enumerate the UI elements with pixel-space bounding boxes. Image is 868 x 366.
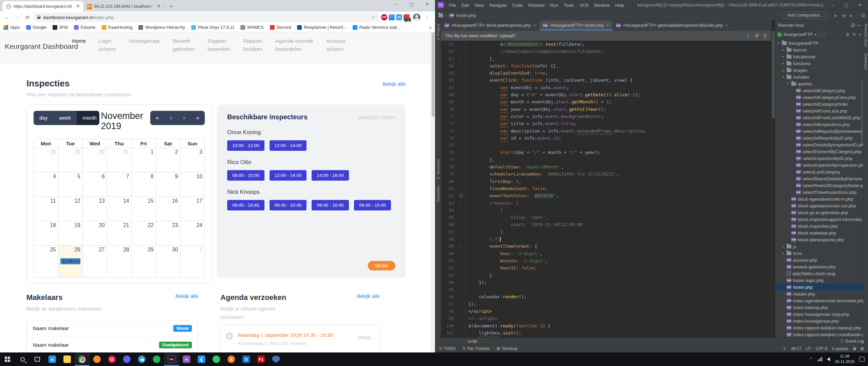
breadcrumb-file[interactable]: footer.php bbox=[456, 13, 476, 18]
tree-item-favicon[interactable]: ▸favicon bbox=[775, 46, 863, 53]
bookmark-discord[interactable]: Discord bbox=[270, 25, 291, 30]
calendar-day-cell[interactable]: 30 bbox=[83, 148, 107, 172]
tree-item-selectThreeInspections-php[interactable]: PHPselectThreeInspections.php bbox=[775, 189, 863, 196]
run-icon[interactable]: ▶ bbox=[834, 13, 837, 18]
menu-vcs[interactable]: VCS bbox=[577, 2, 591, 9]
calendar-day-cell[interactable]: 8 bbox=[132, 172, 156, 197]
taskbar-file-explorer[interactable] bbox=[60, 352, 75, 366]
menu-view[interactable]: View bbox=[472, 2, 486, 9]
calendar-day-cell[interactable]: 16 bbox=[156, 197, 180, 221]
tray-chevron-icon[interactable]: ⌃ bbox=[809, 357, 812, 362]
tree-item-selectRowsOfCategorySorter-php[interactable]: PHPselectRowsOfCategorySorter.php bbox=[775, 182, 863, 189]
tree-item-functions[interactable]: ▸functions bbox=[775, 60, 863, 67]
calendar-day-cell[interactable]: 1 bbox=[132, 148, 156, 172]
maximize-icon[interactable]: ▢ bbox=[404, 0, 419, 9]
tree-item-includes[interactable]: ▾includes bbox=[775, 74, 863, 80]
statusbar-file-transfer[interactable]: ⇅File Transfer bbox=[462, 346, 490, 351]
taskbar-xampp[interactable]: X bbox=[224, 352, 239, 366]
tree-item-selectAllInspections-php[interactable]: PHPselectAllInspections.php bbox=[775, 121, 863, 128]
timeslot-button[interactable]: 08:00 - 10:00 bbox=[227, 170, 264, 181]
bookmark-veronica[interactable]: Radio Veronica stati... bbox=[353, 25, 401, 30]
disconnect-icon[interactable]: × bbox=[859, 32, 861, 37]
bookmark-apps-grid[interactable]: Apps bbox=[3, 25, 20, 30]
timeslot-button[interactable]: 12:00 - 14:00 bbox=[270, 140, 307, 151]
toolwindow-structure[interactable]: 2: Structure bbox=[436, 156, 440, 182]
tab-close-icon[interactable]: × bbox=[533, 23, 536, 28]
tree-item-selectAllCategory-php[interactable]: PHPselectAllCategory.php bbox=[775, 87, 863, 94]
calendar-arrow-next-year[interactable]: » bbox=[194, 115, 201, 121]
tree-item-block-inspecties-php[interactable]: PHPblock-inspecties.php bbox=[775, 223, 863, 229]
taskbar-whatsapp[interactable] bbox=[209, 352, 224, 366]
bookmark-3fm[interactable]: 3FM bbox=[53, 25, 68, 30]
minimize-icon[interactable]: ─ bbox=[388, 0, 404, 9]
code-line[interactable]: 70 var year = eventObj.start.getFullYear… bbox=[441, 106, 771, 113]
taskbar-discord[interactable] bbox=[119, 352, 134, 366]
tree-item-index-rapport-bekijken-backup-php[interactable]: PHPindex-rapport-bekijken-backup.php bbox=[775, 324, 863, 331]
tree-item-block-makelaar-php[interactable]: PHPblock-makelaar.php bbox=[775, 229, 863, 236]
taskbar-outlook[interactable]: O bbox=[239, 352, 254, 366]
taskbar-start[interactable] bbox=[0, 352, 15, 366]
code-line[interactable]: 63∧ }, bbox=[441, 55, 771, 62]
code-line[interactable]: 73 var description = info.event.extended… bbox=[441, 127, 771, 135]
tree-item-index-backup-php[interactable]: PHPindex-backup.php bbox=[775, 304, 863, 311]
ide-close-icon[interactable]: ✕ bbox=[853, 3, 867, 7]
taskbar-visual-studio[interactable]: ∞ bbox=[179, 352, 194, 366]
calendar-day-cell[interactable]: 3 bbox=[180, 148, 205, 172]
upload-all-icon[interactable]: ↥ bbox=[763, 33, 767, 38]
taskbar-vscode[interactable]: ❮ bbox=[194, 352, 209, 366]
tree-item-queries[interactable]: ▾queries bbox=[775, 80, 863, 87]
statusbar-indicator[interactable]: LF bbox=[806, 346, 811, 351]
calendar-view-day[interactable]: day bbox=[34, 111, 53, 125]
tab-close-icon[interactable]: × bbox=[725, 23, 728, 28]
code-line[interactable]: 90 hour: '2-digit', bbox=[441, 250, 771, 257]
code-line[interactable]: 81 fixedWeekCount: false, bbox=[441, 185, 771, 192]
code-line[interactable]: 80 firstDay: 1, bbox=[441, 178, 771, 185]
taskbar-opera[interactable]: O bbox=[104, 352, 119, 366]
nav-item-rapport-bewerken[interactable]: Rapport bewerken bbox=[208, 37, 230, 53]
calendar-day-cell[interactable]: 27 bbox=[83, 246, 107, 278]
tree-item-block-inspectierapport-informatie-php[interactable]: PHPblock-inspectierapport-informatie.php bbox=[775, 216, 863, 223]
bookmark-whmcs[interactable]: WHMCS bbox=[240, 25, 264, 30]
gear-icon[interactable] bbox=[851, 23, 855, 27]
code-line[interactable]: 86 start: '2019-11-26T12:00:00' bbox=[441, 221, 771, 228]
calendar-day-cell[interactable]: 28 bbox=[107, 246, 132, 278]
calendar-day-cell[interactable]: 20 bbox=[83, 221, 107, 246]
calendar-day-cell[interactable]: 1 bbox=[180, 246, 205, 278]
timeslot-button[interactable]: 09:45 - 10:45 bbox=[227, 200, 264, 210]
statusbar-todo[interactable]: ⊞TODO bbox=[439, 346, 456, 351]
ide-maximize-icon[interactable]: ▢ bbox=[840, 3, 853, 7]
bekijk-button[interactable]: Bekijk bbox=[358, 335, 371, 340]
tree-item-dataTables-dutch-lang[interactable]: dataTables.dutch.lang bbox=[775, 270, 863, 277]
bookmarks-overflow-icon[interactable]: » bbox=[429, 25, 432, 30]
calendar-arrow-prev[interactable]: ‹ bbox=[168, 115, 174, 121]
code-line[interactable]: 99<!--script> bbox=[441, 315, 771, 322]
server-dropdown-icon[interactable]: ▾ bbox=[814, 33, 816, 36]
calendar-day-cell[interactable]: 31 bbox=[107, 148, 132, 172]
bookmark-google[interactable]: Google bbox=[26, 25, 46, 30]
tree-item-selectInspectorByInspection-php[interactable]: PHPselectInspectorByInspection.php bbox=[775, 162, 863, 168]
nav-item-account-scherm[interactable]: Account scherm bbox=[326, 37, 345, 53]
calendar-day-cell[interactable]: 21 bbox=[107, 221, 132, 246]
timeslot-button[interactable]: 09:45 - 10:45 bbox=[270, 200, 307, 210]
code-line[interactable]: 98</script> bbox=[441, 308, 771, 315]
refresh-icon[interactable]: ↻ bbox=[852, 32, 856, 37]
tree-item-selectAllReportsByID-php[interactable]: PHPselectAllReportsByID.php bbox=[775, 135, 863, 141]
calendar-day-cell[interactable]: 11 bbox=[34, 197, 58, 221]
fi-extension-icon[interactable]: FI bbox=[396, 14, 402, 20]
bookmark-star-icon[interactable]: ☆ bbox=[371, 15, 376, 20]
debug-icon[interactable]: ◉ bbox=[842, 13, 845, 18]
tree-item-block-go-to-gebreken-php[interactable]: PHPblock-go-to-gebreken.php bbox=[775, 209, 863, 216]
stop-icon[interactable]: ■ bbox=[850, 13, 852, 18]
add-configuration-button[interactable]: Add Configuration... bbox=[784, 12, 827, 19]
menu-window[interactable]: Window bbox=[592, 2, 612, 9]
taskbar-spotify[interactable] bbox=[149, 352, 164, 366]
code-line[interactable]: 68 var day = ("0" + eventObj.start.getDa… bbox=[441, 91, 771, 98]
server-config-button[interactable]: ... bbox=[818, 32, 825, 37]
makelaar-row[interactable]: Naam makelaar Goedgekeurd bbox=[27, 337, 198, 352]
tree-item-selectReportDetailsByElement-php[interactable]: PHPselectReportDetailsByElement.php bbox=[775, 175, 863, 182]
tree-scrollbar-thumb[interactable] bbox=[861, 80, 863, 144]
tree-item-index-huiseigenaar-php[interactable]: PHPindex-huiseigenaar.php bbox=[775, 318, 863, 324]
tree-item-selectAllFromLackWithID-php[interactable]: PHPselectAllFromLackWithID.php bbox=[775, 114, 863, 121]
timeslot-button[interactable]: 12:00 - 14:00 bbox=[270, 170, 307, 181]
code-line[interactable]: 83∨ /*events: [ bbox=[441, 200, 771, 207]
